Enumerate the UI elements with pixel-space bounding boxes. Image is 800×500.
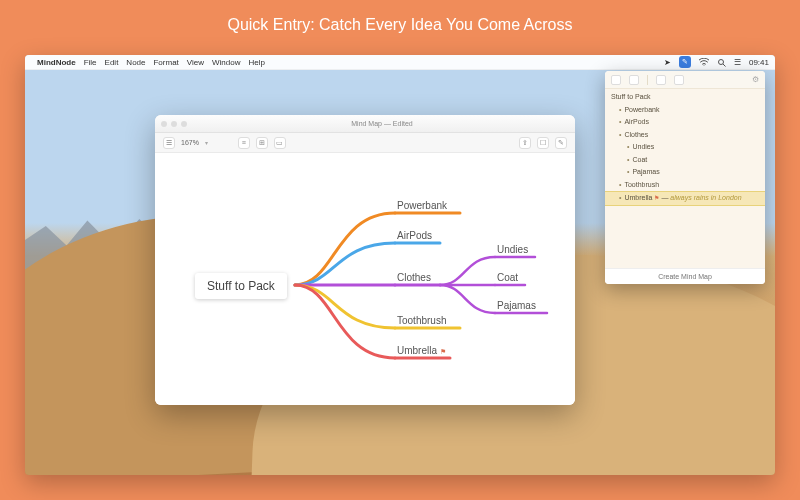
qe-item[interactable]: •Undies bbox=[605, 141, 765, 154]
svg-point-0 bbox=[718, 59, 723, 64]
mindmap-canvas[interactable]: Stuff to Pack Powerbank AirPods Clothes … bbox=[155, 153, 575, 405]
flag-icon: ⚑ bbox=[440, 348, 446, 355]
qe-item-note: always rains in London bbox=[670, 193, 741, 204]
mindmap-node[interactable]: Umbrella ⚑ bbox=[397, 345, 446, 356]
status-location-icon[interactable]: ➤ bbox=[664, 58, 671, 67]
menubar-view[interactable]: View bbox=[187, 58, 204, 67]
share-button[interactable]: ⇪ bbox=[519, 137, 531, 149]
mindmap-node[interactable]: Pajamas bbox=[497, 300, 536, 311]
qe-outdent-button[interactable] bbox=[611, 75, 621, 85]
menubar-edit[interactable]: Edit bbox=[105, 58, 119, 67]
gear-icon[interactable]: ⚙ bbox=[752, 75, 759, 84]
toolbar: ☰ 167% ▾ ≡ ⊞ ▭ ⇪ ☐ ✎ bbox=[155, 133, 575, 153]
qe-indent-button[interactable] bbox=[629, 75, 639, 85]
qe-item[interactable]: •Powerbank bbox=[605, 104, 765, 117]
mindmap-root-node[interactable]: Stuff to Pack bbox=[195, 273, 287, 299]
menubar-file[interactable]: File bbox=[84, 58, 97, 67]
status-controlcenter-icon[interactable]: ☰ bbox=[734, 58, 741, 67]
qe-empty-area[interactable] bbox=[605, 208, 765, 268]
chevron-down-icon[interactable]: ▾ bbox=[205, 139, 208, 146]
quick-entry-panel: ⚙ Stuff to Pack •Powerbank •AirPods •Clo… bbox=[605, 71, 765, 284]
minimize-icon[interactable] bbox=[171, 121, 177, 127]
mindmap-node[interactable]: AirPods bbox=[397, 230, 432, 241]
mindmap-node[interactable]: Toothbrush bbox=[397, 315, 446, 326]
qe-item[interactable]: •Pajamas bbox=[605, 166, 765, 179]
qe-note-button[interactable] bbox=[674, 75, 684, 85]
menubar-quickentry-icon[interactable]: ✎ bbox=[679, 56, 691, 68]
mindmap-node[interactable]: Clothes bbox=[397, 272, 431, 283]
mindmap-node[interactable]: Undies bbox=[497, 244, 528, 255]
status-spotlight-icon[interactable] bbox=[717, 58, 726, 67]
quick-entry-list[interactable]: Stuff to Pack •Powerbank •AirPods •Cloth… bbox=[605, 89, 765, 208]
qe-item[interactable]: •Toothbrush bbox=[605, 179, 765, 192]
menubar-format[interactable]: Format bbox=[153, 58, 178, 67]
qe-item[interactable]: •Coat bbox=[605, 154, 765, 167]
create-mind-map-button[interactable]: Create Mind Map bbox=[605, 268, 765, 284]
image-button[interactable]: ▭ bbox=[274, 137, 286, 149]
menubar-window[interactable]: Window bbox=[212, 58, 240, 67]
outline-button[interactable]: ≡ bbox=[238, 137, 250, 149]
quick-entry-toolbar: ⚙ bbox=[605, 71, 765, 89]
menubar-node[interactable]: Node bbox=[126, 58, 145, 67]
qe-item-selected[interactable]: • Umbrella ⚑ — always rains in London bbox=[605, 191, 765, 206]
qe-item[interactable]: •Clothes bbox=[605, 129, 765, 142]
menubar-clock[interactable]: 09:41 bbox=[749, 58, 769, 67]
menubar-help[interactable]: Help bbox=[248, 58, 264, 67]
desktop: MindNode File Edit Node Format View Wind… bbox=[25, 55, 775, 475]
window-titlebar[interactable]: Mind Map — Edited bbox=[155, 115, 575, 133]
inspector-button[interactable]: ✎ bbox=[555, 137, 567, 149]
qe-item[interactable]: •AirPods bbox=[605, 116, 765, 129]
window-title: Mind Map — Edited bbox=[195, 120, 569, 127]
mindmap-node[interactable]: Powerbank bbox=[397, 200, 447, 211]
close-icon[interactable] bbox=[161, 121, 167, 127]
qe-checklist-button[interactable] bbox=[656, 75, 666, 85]
zoom-level[interactable]: 167% bbox=[181, 139, 199, 146]
sidebar-toggle-button[interactable]: ☰ bbox=[163, 137, 175, 149]
status-wifi-icon[interactable] bbox=[699, 58, 709, 66]
mindmap-node[interactable]: Coat bbox=[497, 272, 518, 283]
promo-title: Quick Entry: Catch Every Idea You Come A… bbox=[0, 0, 800, 34]
qe-root[interactable]: Stuff to Pack bbox=[605, 91, 765, 104]
layout-button[interactable]: ⊞ bbox=[256, 137, 268, 149]
fullscreen-icon[interactable] bbox=[181, 121, 187, 127]
menubar-app[interactable]: MindNode bbox=[37, 58, 76, 67]
document-window: Mind Map — Edited ☰ 167% ▾ ≡ ⊞ ▭ ⇪ ☐ ✎ bbox=[155, 115, 575, 405]
menubar: MindNode File Edit Node Format View Wind… bbox=[25, 55, 775, 70]
notes-button[interactable]: ☐ bbox=[537, 137, 549, 149]
traffic-lights[interactable] bbox=[161, 121, 187, 127]
